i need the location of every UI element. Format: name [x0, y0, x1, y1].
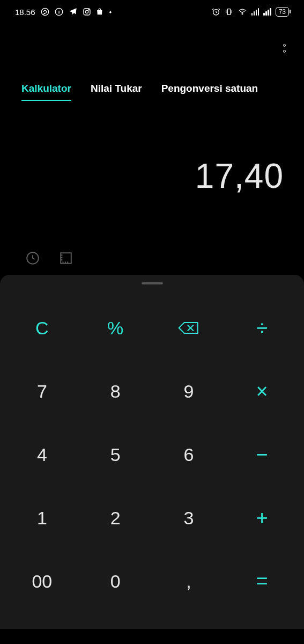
- key-backspace[interactable]: [152, 296, 226, 360]
- drag-handle[interactable]: [142, 282, 163, 284]
- bag-icon: [97, 8, 104, 16]
- battery-level: 73: [279, 8, 286, 16]
- key-decimal[interactable]: ,: [152, 550, 226, 613]
- status-left: 18.56 B ●: [15, 8, 112, 17]
- key-plus[interactable]: +: [225, 486, 299, 550]
- key-clear[interactable]: C: [5, 296, 79, 360]
- key-00[interactable]: 00: [5, 550, 79, 613]
- signal-icon-2: [263, 8, 271, 16]
- more-menu-button[interactable]: [283, 44, 286, 53]
- svg-point-8: [242, 13, 243, 14]
- keypad-panel: C % ÷ 7 8 9 × 4 5 6 − 1 2 3 + 00 0 , =: [0, 275, 304, 629]
- key-1[interactable]: 1: [5, 486, 79, 550]
- telegram-icon: [69, 8, 77, 16]
- key-minus[interactable]: −: [225, 423, 299, 486]
- key-0[interactable]: 0: [79, 550, 152, 613]
- history-icon[interactable]: [26, 251, 40, 265]
- svg-point-0: [41, 8, 48, 15]
- key-2[interactable]: 2: [79, 486, 152, 550]
- mode-tabs: Kalkulator Nilai Tukar Pengonversi satua…: [0, 83, 304, 101]
- battery-indicator: 73: [276, 7, 289, 17]
- key-8[interactable]: 8: [79, 360, 152, 423]
- key-7[interactable]: 7: [5, 360, 79, 423]
- display-value: 17,40: [195, 156, 284, 196]
- ruler-icon[interactable]: [59, 251, 73, 265]
- key-multiply[interactable]: ×: [225, 360, 299, 423]
- instagram-icon: [83, 8, 91, 16]
- keypad: C % ÷ 7 8 9 × 4 5 6 − 1 2 3 + 00 0 , =: [0, 296, 304, 613]
- circle-b-icon: B: [55, 8, 63, 16]
- display-area: 17,40: [0, 101, 304, 251]
- tab-exchange-rate[interactable]: Nilai Tukar: [91, 83, 142, 101]
- tab-calculator[interactable]: Kalkulator: [21, 83, 71, 101]
- tool-row: [0, 251, 304, 265]
- signal-icon-1: [251, 8, 259, 16]
- svg-rect-10: [61, 253, 71, 264]
- status-right: 73: [212, 7, 289, 17]
- alarm-icon: [212, 8, 220, 16]
- status-time: 18.56: [15, 8, 35, 17]
- key-3[interactable]: 3: [152, 486, 226, 550]
- svg-point-4: [85, 10, 88, 13]
- whatsapp-icon: [41, 8, 49, 16]
- key-5[interactable]: 5: [79, 423, 152, 486]
- key-6[interactable]: 6: [152, 423, 226, 486]
- more-dot-icon: ●: [109, 10, 112, 14]
- svg-rect-7: [227, 9, 230, 15]
- key-divide[interactable]: ÷: [225, 296, 299, 360]
- status-bar: 18.56 B ● 73: [0, 0, 304, 24]
- vibrate-icon: [225, 8, 233, 16]
- key-9[interactable]: 9: [152, 360, 226, 423]
- key-equals[interactable]: =: [225, 550, 299, 613]
- svg-text:B: B: [57, 10, 60, 14]
- wifi-icon: [238, 8, 247, 16]
- svg-point-5: [88, 10, 89, 10]
- tab-unit-converter[interactable]: Pengonversi satuan: [161, 83, 258, 101]
- key-4[interactable]: 4: [5, 423, 79, 486]
- key-percent[interactable]: %: [79, 296, 152, 360]
